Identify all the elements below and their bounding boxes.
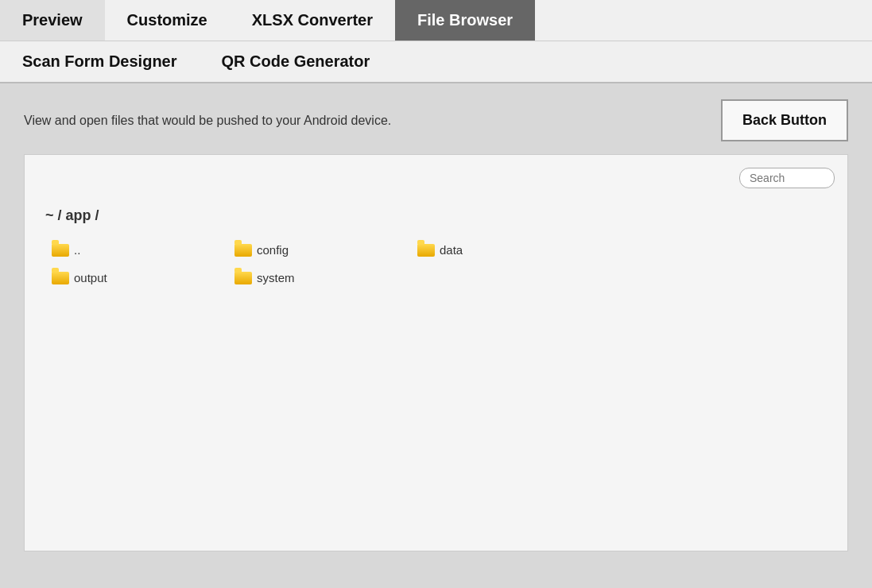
folder-item-config[interactable]: config — [228, 240, 411, 260]
folder-icon-output — [52, 272, 69, 284]
content-area: View and open files that would be pushed… — [0, 83, 872, 588]
back-button[interactable]: Back Button — [721, 99, 848, 141]
folder-item-dotdot[interactable]: .. — [45, 240, 228, 260]
tab-scan-form-designer[interactable]: Scan Form Designer — [0, 41, 200, 82]
folder-label-data: data — [440, 243, 463, 257]
tab-preview[interactable]: Preview — [0, 0, 105, 41]
nav-row-2: Scan Form Designer QR Code Generator — [0, 41, 872, 83]
tab-file-browser[interactable]: File Browser — [395, 0, 535, 41]
folder-label-config: config — [257, 243, 289, 257]
file-browser-panel: ~ / app / .. config data — [24, 154, 848, 551]
path-label: ~ / app / — [37, 207, 835, 224]
tab-xlsx-converter[interactable]: XLSX Converter — [230, 0, 395, 41]
folder-label-dotdot: .. — [74, 243, 80, 257]
search-input[interactable] — [739, 168, 835, 188]
folder-label-system: system — [257, 271, 295, 284]
folder-item-data[interactable]: data — [411, 240, 594, 260]
tab-customize[interactable]: Customize — [105, 0, 230, 41]
folder-label-output: output — [74, 271, 107, 284]
top-bar: View and open files that would be pushed… — [24, 99, 848, 141]
folder-icon-data — [417, 244, 435, 257]
search-bar — [739, 168, 835, 188]
file-grid: .. config data output — [37, 240, 835, 288]
folder-item-output[interactable]: output — [45, 268, 228, 288]
folder-item-system[interactable]: system — [228, 268, 411, 288]
folder-icon-dotdot — [52, 244, 69, 257]
folder-icon-config — [234, 244, 252, 257]
nav-row-1: Preview Customize XLSX Converter File Br… — [0, 0, 872, 41]
description-text: View and open files that would be pushed… — [24, 114, 391, 128]
tab-qr-code-generator[interactable]: QR Code Generator — [200, 41, 393, 82]
folder-icon-system — [234, 272, 252, 284]
